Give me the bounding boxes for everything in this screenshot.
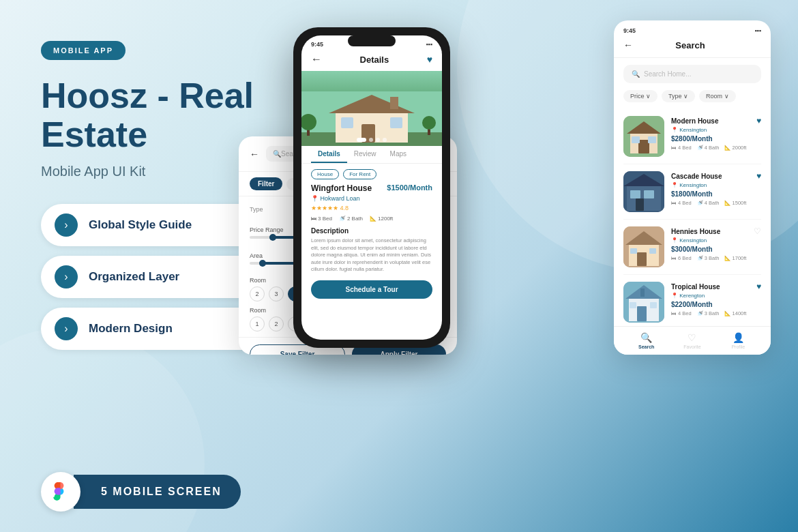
tab-details[interactable]: Details: [311, 146, 347, 163]
property-location-4: 📍 Kerengton: [671, 293, 761, 299]
property-specs-3: 🛏 6 Bed 🚿 3 Bath 📐 1700ft: [671, 255, 761, 261]
tag-house: House: [311, 169, 339, 179]
property-location-3: 📍 Kensington: [671, 237, 761, 243]
search-chip-price[interactable]: Price ∨: [623, 90, 657, 102]
property-name-3: Hennies House: [671, 228, 720, 235]
area-range-dot-left[interactable]: [259, 260, 266, 267]
search-property-list: Modern House ♥ 📍 Kensington $2800/Month …: [614, 109, 771, 330]
dot-1: [357, 138, 366, 142]
svg-rect-35: [650, 302, 657, 308]
property-card-1[interactable]: Modern House ♥ 📍 Kensington $2800/Month …: [623, 109, 761, 164]
svg-rect-29: [649, 248, 656, 254]
property-info-3: Hennies House ♡ 📍 Kensington $3000/Month…: [671, 226, 761, 267]
svg-rect-27: [637, 252, 647, 266]
svg-rect-21: [644, 190, 654, 198]
price-range-dot-left[interactable]: [269, 234, 276, 241]
filter-active-tab[interactable]: Filter: [250, 177, 282, 190]
figma-logo: [41, 472, 80, 512]
svg-rect-5: [341, 117, 353, 128]
svg-rect-6: [390, 117, 402, 128]
property-image-2: [623, 171, 664, 212]
phone-back-button[interactable]: ←: [311, 53, 322, 65]
search-chip-type[interactable]: Type ∨: [662, 90, 695, 102]
search-screen: 9:45 ▪▪▪ ← Search 🔍 Search Home... Price…: [614, 20, 771, 355]
svg-point-11: [422, 116, 436, 130]
phone-header: ← Details ♥: [301, 50, 442, 71]
house-price: $1500/Month: [387, 183, 432, 192]
property-heart-1[interactable]: ♥: [756, 116, 761, 125]
house-photo: [301, 71, 442, 146]
search-screen-title: Search: [633, 40, 748, 50]
bottom-bar: 5 MOBILE SCREEN: [41, 472, 241, 512]
svg-rect-16: [632, 136, 640, 143]
search-bottom-nav: 🔍 Search ♡ Favorite 👤 Profile: [614, 326, 771, 355]
tag-for-rent: For Rent: [343, 169, 376, 179]
property-card-4[interactable]: Tropical House ♥ 📍 Kerengton $2200/Month…: [623, 275, 761, 330]
property-specs-2: 🛏 4 Bed 🚿 4 Bath 📐 1500ft: [671, 200, 761, 206]
dot-2: [369, 138, 373, 142]
profile-nav-label: Profile: [731, 344, 745, 349]
svg-rect-28: [630, 248, 637, 254]
property-image-3: [623, 226, 664, 267]
phone-favorite-button[interactable]: ♥: [427, 54, 432, 65]
search-input-bar[interactable]: 🔍 Search Home...: [623, 65, 761, 83]
search-back-button[interactable]: ←: [623, 40, 633, 50]
nav-search[interactable]: 🔍 Search: [623, 332, 669, 349]
filter-back-button[interactable]: ←: [250, 149, 259, 160]
feature-label-2: Organized Layer: [89, 270, 179, 284]
house-specs: 🛏 3 Bed 🚿 2 Bath 📐 1200ft: [311, 216, 432, 222]
search-header: ← Search: [614, 37, 771, 58]
property-card-3[interactable]: Hennies House ♡ 📍 Kensington $3000/Month…: [623, 220, 761, 275]
left-section: MOBILE APP Hoosz - Real Estate Mobile Ap…: [41, 41, 273, 359]
property-name-2: Cascade House: [671, 173, 722, 180]
property-price-1: $2800/Month: [671, 135, 761, 143]
phone-tags: House For Rent: [311, 169, 432, 179]
feature-global-style: › Global Style Guide: [41, 204, 273, 246]
svg-rect-22: [636, 198, 644, 211]
spec-bath: 🚿 2 Bath: [339, 216, 363, 222]
favorite-nav-icon: ♡: [688, 332, 696, 343]
dot-4: [383, 138, 387, 142]
feature-icon-3: ›: [55, 317, 78, 340]
phone-content: House For Rent Wingfort House $1500/Mont…: [301, 164, 442, 304]
svg-rect-17: [648, 136, 656, 143]
phone-screen-title: Details: [360, 55, 389, 65]
property-name-4: Tropical House: [671, 283, 720, 291]
room-btn-2[interactable]: 2: [250, 286, 265, 301]
svg-rect-15: [638, 140, 649, 153]
description-title: Description: [311, 227, 432, 235]
phone-body: 9:45 ▪▪▪ ← Details ♥: [293, 27, 450, 348]
property-heart-2[interactable]: ♥: [756, 171, 761, 181]
feature-label-3: Modern Design: [89, 322, 173, 336]
feature-icon-2: ›: [55, 265, 78, 289]
tab-review[interactable]: Review: [347, 146, 383, 163]
subtitle: Mobile App UI Kit: [41, 164, 273, 179]
description-text: Lorem ipsum dolor sit amet, consectetur …: [311, 237, 432, 274]
property-price-3: $3000/Month: [671, 246, 761, 253]
feature-organized-layer: › Organized Layer: [41, 256, 273, 298]
search-chip-room[interactable]: Room ∨: [699, 90, 736, 102]
image-dots: [357, 138, 387, 142]
type-section-label: Type: [250, 206, 291, 213]
search-nav-label: Search: [638, 344, 654, 349]
property-heart-4[interactable]: ♥: [756, 282, 761, 291]
room-btn-3[interactable]: 3: [269, 286, 284, 301]
profile-nav-icon: 👤: [733, 332, 744, 343]
property-heart-3[interactable]: ♡: [754, 226, 761, 236]
property-price-2: $1800/Month: [671, 190, 761, 198]
screen-count-badge: 5 MOBILE SCREEN: [74, 475, 241, 509]
property-specs-4: 🛏 4 Bed 🚿 3 Bath 📐 1400ft: [671, 310, 761, 316]
tab-maps[interactable]: Maps: [383, 146, 413, 163]
nav-profile[interactable]: 👤 Profile: [715, 332, 761, 349]
nav-favorite[interactable]: ♡ Favorite: [669, 332, 715, 349]
spec-bed: 🛏 3 Bed: [311, 216, 332, 222]
svg-rect-7: [390, 97, 398, 109]
property-price-4: $2200/Month: [671, 301, 761, 308]
search-nav-icon: 🔍: [640, 332, 652, 343]
dot-3: [376, 138, 380, 142]
bath-btn-1[interactable]: 1: [250, 316, 265, 331]
bath-btn-2[interactable]: 2: [269, 316, 284, 331]
schedule-tour-button[interactable]: Schedule a Tour: [311, 280, 432, 299]
property-location-1: 📍 Kensington: [671, 127, 761, 133]
property-card-2[interactable]: Cascade House ♥ 📍 Kensington $1800/Month…: [623, 164, 761, 220]
